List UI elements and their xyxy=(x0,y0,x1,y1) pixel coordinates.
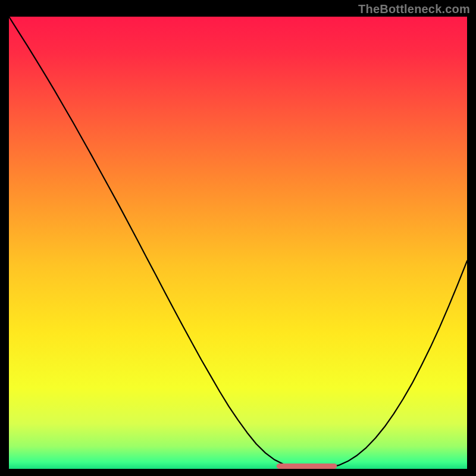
plot-background xyxy=(9,17,467,469)
chart-svg xyxy=(9,17,467,469)
chart-container: TheBottleneck.com xyxy=(0,0,476,476)
watermark-text: TheBottleneck.com xyxy=(358,2,470,16)
